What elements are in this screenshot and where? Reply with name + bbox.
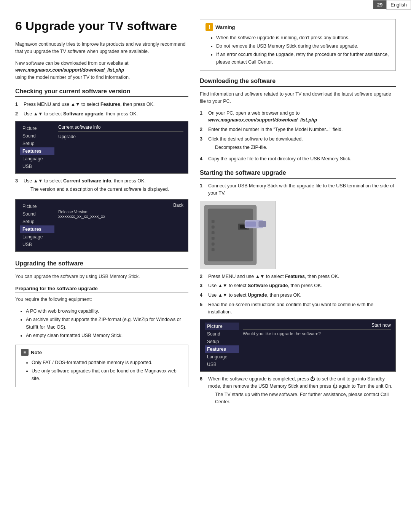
tv-menu-2-right: Back Release Version: xxxxxxxx_xx_xx_xxx… (54, 203, 183, 248)
menu1-usb: USB (20, 163, 54, 170)
warning-list: When the software upgrade is running, do… (206, 34, 390, 66)
menu1-sound: Sound (20, 132, 54, 140)
menu3-features: Features (205, 345, 239, 353)
dl-step-2: 2 Enter the model number in the "Type th… (200, 126, 396, 133)
section-check-title: Checking your current software version (15, 88, 188, 97)
left-column: 6 Upgrade your TV software Magnavox cont… (15, 19, 188, 410)
usb-image (200, 201, 276, 269)
warning-bullet-3: If an error occurs during the upgrade, r… (216, 51, 390, 66)
tv-menu-2: Picture Sound Setup Features Language US… (15, 199, 188, 252)
menu3-language: Language (205, 353, 239, 361)
start-step-6: 6 When the software upgrade is completed… (200, 375, 396, 407)
svg-rect-6 (245, 221, 256, 227)
right-column: ! Warning When the software upgrade is r… (200, 19, 396, 410)
menu2-back: Back (58, 203, 183, 208)
prepare-bullet-1: A PC with web browsing capability. (26, 307, 188, 315)
menu1-upgrade: Upgrade (58, 133, 183, 140)
svg-rect-9 (212, 231, 215, 234)
tv-menu-3-left: Picture Sound Setup Features Language US… (205, 323, 239, 368)
prepare-subsection-title: Preparing for the software upgrade (15, 286, 188, 293)
svg-rect-7 (212, 220, 215, 223)
menu2-features: Features (20, 225, 54, 233)
note-icon: ≡ (21, 349, 29, 356)
menu1-features: Features (20, 147, 54, 155)
note-bullet-2: Use only software upgrades that can be f… (32, 367, 183, 382)
menu2-sound: Sound (20, 210, 54, 218)
note-box: ≡ Note Only FAT / DOS-formatted portable… (15, 345, 188, 387)
svg-rect-10 (212, 236, 215, 240)
menu2-picture: Picture (20, 203, 54, 210)
svg-rect-5 (258, 221, 266, 227)
note-bullet-1: Only FAT / DOS-formatted portable memory… (32, 359, 183, 366)
intro-paragraph-2: New software can be downloaded from our … (15, 60, 188, 81)
check-step-1: 1 Press MENU and use ▲▼ to select Featur… (15, 101, 188, 108)
warning-bullet-1: When the software upgrade is running, do… (216, 34, 390, 42)
main-content: 6 Upgrade your TV software Magnavox cont… (0, 0, 411, 425)
tv-menu-2-left: Picture Sound Setup Features Language US… (20, 203, 54, 248)
warning-label: Warning (215, 24, 235, 30)
start-now-button[interactable]: Start now (371, 323, 391, 328)
start-step-5: 5 Read the on-screen instructions and co… (200, 301, 396, 316)
svg-rect-11 (212, 242, 215, 245)
starting-steps: 1 Connect your USB Memory Stick with the… (200, 182, 396, 197)
note-list: Only FAT / DOS-formatted portable memory… (21, 359, 183, 382)
dl-step-4: 4 Copy the upgrade file to the root dire… (200, 155, 396, 163)
prepare-bullet-3: An empty clean formatted USB Memory Stic… (26, 332, 188, 339)
menu1-setup: Setup (20, 140, 54, 147)
check-step-3: 3 Use ▲▼ to select Current software info… (15, 177, 188, 195)
menu2-setup: Setup (20, 218, 54, 225)
check-step-3-list: 3 Use ▲▼ to select Current software info… (15, 177, 188, 195)
start-step-3: 3 Use ▲▼ to select Software upgrade, the… (200, 282, 396, 289)
starting-steps-2: 2 Press MENU and use ▲▼ to select Featur… (200, 273, 396, 316)
download-link: www.magnavox.com/support/download_list.p… (15, 67, 124, 73)
check-steps: 1 Press MENU and use ▲▼ to select Featur… (15, 101, 188, 118)
menu1-language: Language (20, 155, 54, 163)
starting-section-title: Starting the software upgrade (200, 169, 396, 179)
section-upgrade-title: Upgrading the software (15, 260, 188, 269)
download-section-title: Downloading the software (200, 78, 396, 87)
menu1-picture: Picture (20, 125, 54, 132)
menu3-question: Would you like to upgrade the software? (243, 331, 391, 336)
language-label: English (386, 0, 411, 10)
svg-rect-8 (212, 225, 215, 228)
menu2-language: Language (20, 233, 54, 241)
tv-menu-3-right: Start now Would you like to upgrade the … (239, 323, 391, 368)
menu2-usb: USB (20, 241, 54, 248)
tv-menu-1-left: Picture Sound Setup Features Language US… (20, 125, 54, 170)
start-step-2: 2 Press MENU and use ▲▼ to select Featur… (200, 273, 396, 280)
prepare-intro: You require the following equipment: (15, 296, 188, 303)
page-number: 29 (373, 0, 386, 9)
start-step-4: 4 Use ▲▼ to select Upgrade, then press O… (200, 292, 396, 299)
warning-box: ! Warning When the software upgrade is r… (200, 19, 396, 71)
dl-link: www.magnavox.com/support/download_list.p… (208, 117, 317, 123)
dl-step-3: 3 Click the desired software to be downl… (200, 136, 396, 153)
tv-menu-1: Picture Sound Setup Features Language US… (15, 121, 188, 174)
tv-menu-3: Picture Sound Setup Features Language US… (200, 319, 396, 372)
menu2-release-label: Release Version: (58, 209, 183, 214)
warning-bullet-2: Do not remove the USB Memory Stick durin… (216, 42, 390, 50)
intro-paragraph-1: Magnavox continuously tries to improve i… (15, 41, 188, 55)
menu3-header: Start now (243, 323, 391, 330)
svg-rect-1 (208, 208, 253, 261)
prepare-bullet-2: An archive utility that supports the ZIP… (26, 316, 188, 331)
check-step-2: 2 Use ▲▼ to select Software upgrade, the… (15, 110, 188, 118)
page-title: 6 Upgrade your TV software (15, 19, 188, 33)
upgrading-intro: You can upgrade the software by using US… (15, 273, 188, 280)
tv-menu-1-right: Current software info Upgrade (54, 125, 183, 170)
start-step-6-sub: The TV starts up with the new software. … (215, 391, 396, 406)
start-step-1: 1 Connect your USB Memory Stick with the… (200, 182, 396, 197)
svg-rect-12 (212, 248, 215, 251)
menu3-usb: USB (205, 361, 239, 368)
starting-steps-3: 6 When the software upgrade is completed… (200, 375, 396, 407)
menu3-setup: Setup (205, 338, 239, 345)
menu1-header: Current software info (58, 125, 183, 132)
menu3-sound: Sound (205, 330, 239, 338)
dl-step-1: 1 On your PC, open a web browser and go … (200, 110, 396, 124)
warning-icon: ! (206, 23, 213, 31)
menu2-release-value: xxxxxxxx_xx_xx_xxxx_xx (58, 214, 183, 219)
prepare-bullets: A PC with web browsing capability. An ar… (15, 307, 188, 339)
download-intro: Find information and software related to… (200, 91, 396, 105)
note-label: Note (31, 350, 42, 355)
menu3-picture: Picture (205, 323, 239, 330)
download-steps: 1 On your PC, open a web browser and go … (200, 110, 396, 163)
